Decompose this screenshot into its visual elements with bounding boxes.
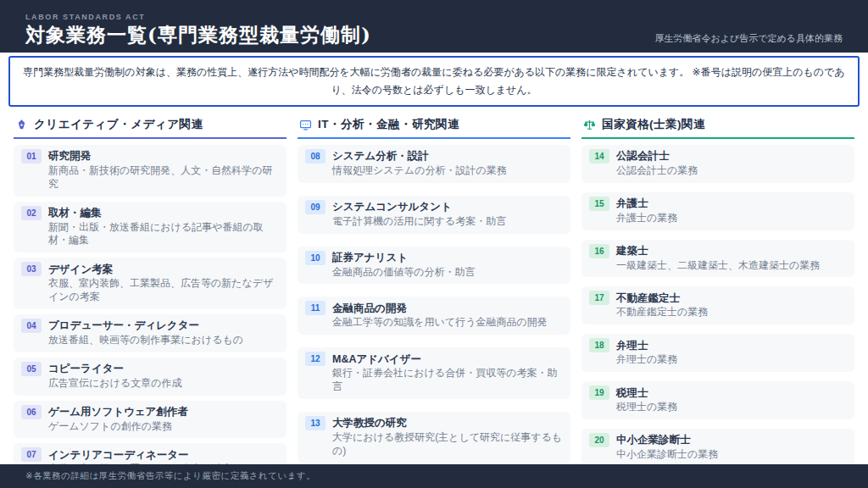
work-item-header: 07 インテリアコーディネーター xyxy=(21,447,279,462)
work-item-card: 05 コピーライター 広告宣伝における文章の作成 xyxy=(14,358,287,396)
item-title: 金融商品の開発 xyxy=(332,302,407,315)
category-card-list: 14 公認会計士 公認会計士の業務 15 弁護士 弁護士の業務 16 建築士 一… xyxy=(581,145,854,467)
item-number-badge: 15 xyxy=(589,197,609,211)
work-item-card: 11 金融商品の開発 金融工学等の知識を用いて行う金融商品の開発 xyxy=(298,297,570,335)
category-column: IT・分析・金融・研究関連 08 システム分析・設計 情報処理システムの分析・設… xyxy=(298,115,570,459)
pen-nib-icon xyxy=(15,119,28,131)
columns: クリエイティブ・メディア関連 01 研究開発 新商品・新技術の研究開発、人文・自… xyxy=(0,107,868,464)
item-number-badge: 08 xyxy=(305,149,326,164)
item-description: 放送番組、映画等の制作事業におけるもの xyxy=(48,334,279,347)
work-item-card: 02 取材・編集 新聞・出版・放送番組における記事や番組の取材・編集 xyxy=(14,202,287,253)
item-number-badge: 03 xyxy=(21,262,42,276)
item-title: 税理士 xyxy=(616,386,648,400)
item-title: 証券アナリスト xyxy=(332,251,408,264)
item-description: 弁護士の業務 xyxy=(616,212,847,225)
item-number-badge: 20 xyxy=(589,433,609,447)
work-item-header: 19 税理士 xyxy=(589,385,847,400)
category-card-list: 01 研究開発 新商品・新技術の研究開発、人文・自然科学の研究 02 取材・編集… xyxy=(14,145,287,481)
item-number-badge: 05 xyxy=(21,362,42,376)
work-item-card: 09 システムコンサルタント 電子計算機の活用に関する考案・助言 xyxy=(298,196,570,234)
item-description: 衣服、室内装飾、工業製品、広告等の新たなデザインの考案 xyxy=(48,277,279,304)
work-item-card: 08 システム分析・設計 情報処理システムの分析・設計の業務 xyxy=(298,145,570,183)
category-title: 国家資格(士業)関連 xyxy=(602,117,705,132)
work-item-header: 20 中小企業診断士 xyxy=(589,433,847,447)
work-item-header: 01 研究開発 xyxy=(21,149,279,164)
slide-footer: ※各業務の詳細は厚生労働省告示等により厳密に定義されています。 xyxy=(0,464,868,488)
work-item-header: 03 デザイン考案 xyxy=(21,262,279,276)
work-item-header: 09 システムコンサルタント xyxy=(305,200,563,214)
item-description: 金融商品の価値等の分析・助言 xyxy=(332,266,563,280)
item-description: 広告宣伝における文章の作成 xyxy=(48,377,279,391)
item-description: 弁理士の業務 xyxy=(616,353,847,367)
item-number-badge: 12 xyxy=(305,352,326,366)
work-item-header: 05 コピーライター xyxy=(21,362,279,376)
work-item-card: 20 中小企業診断士 中小企業診断士の業務 xyxy=(581,429,854,467)
item-description: 一級建築士、二級建築士、木造建築士の業務 xyxy=(616,259,847,273)
item-description: 情報処理システムの分析・設計の業務 xyxy=(332,164,563,178)
item-description: ゲームソフトの創作の業務 xyxy=(48,420,279,434)
page-title: 対象業務一覧(専門業務型裁量労働制) xyxy=(25,23,371,47)
header-subtitle: 厚生労働省令および告示で定める具体的業務 xyxy=(654,32,843,47)
item-title: 大学教授の研究 xyxy=(332,416,407,430)
work-item-card: 04 プロデューサー・ディレクター 放送番組、映画等の制作事業におけるもの xyxy=(14,314,287,352)
category-title: IT・分析・金融・研究関連 xyxy=(318,117,459,132)
item-description: 大学における教授研究(主として研究に従事するもの) xyxy=(332,431,563,458)
item-description: 新聞・出版・放送番組における記事や番組の取材・編集 xyxy=(48,221,279,248)
item-title: 弁理士 xyxy=(616,339,648,352)
category-title: クリエイティブ・メディア関連 xyxy=(34,117,203,132)
work-item-card: 13 大学教授の研究 大学における教授研究(主として研究に従事するもの) xyxy=(298,412,570,463)
category-header: 国家資格(士業)関連 xyxy=(581,115,854,139)
item-description: 金融工学等の知識を用いて行う金融商品の開発 xyxy=(332,316,563,330)
category-card-list: 08 システム分析・設計 情報処理システムの分析・設計の業務 09 システムコン… xyxy=(298,145,570,463)
work-item-header: 15 弁護士 xyxy=(589,197,847,211)
work-item-header: 17 不動産鑑定士 xyxy=(589,291,847,305)
item-title: プロデューサー・ディレクター xyxy=(48,319,199,332)
item-title: デザイン考案 xyxy=(48,263,113,276)
item-number-badge: 02 xyxy=(21,206,42,220)
item-number-badge: 09 xyxy=(305,200,326,214)
item-description: 電子計算機の活用に関する考案・助言 xyxy=(332,215,563,229)
item-title: 不動産鑑定士 xyxy=(616,291,680,305)
item-title: システム分析・設計 xyxy=(332,149,429,163)
item-title: 取材・編集 xyxy=(48,206,102,219)
category-header: クリエイティブ・メディア関連 xyxy=(14,115,287,139)
scales-icon xyxy=(583,119,596,131)
item-number-badge: 10 xyxy=(305,251,326,265)
slide: LABOR STANDARDS ACT 対象業務一覧(専門業務型裁量労働制) 厚… xyxy=(0,0,868,488)
item-number-badge: 18 xyxy=(589,338,609,352)
item-title: システムコンサルタント xyxy=(332,200,452,214)
work-item-header: 16 建築士 xyxy=(589,244,847,258)
work-item-header: 12 M&Aアドバイザー xyxy=(305,352,563,366)
monitor-icon xyxy=(299,119,312,131)
item-description: 公認会計士の業務 xyxy=(616,164,847,178)
work-item-header: 13 大学教授の研究 xyxy=(305,416,563,430)
work-item-card: 16 建築士 一級建築士、二級建築士、木造建築士の業務 xyxy=(581,240,854,278)
item-title: 中小企業診断士 xyxy=(616,433,691,446)
footer-note: ※各業務の詳細は厚生労働省告示等により厳密に定義されています。 xyxy=(25,470,315,482)
item-number-badge: 19 xyxy=(589,385,609,400)
item-title: 研究開発 xyxy=(48,149,91,163)
work-item-card: 15 弁護士 弁護士の業務 xyxy=(581,192,854,230)
work-item-card: 18 弁理士 弁理士の業務 xyxy=(581,334,854,372)
item-description: 新商品・新技術の研究開発、人文・自然科学の研究 xyxy=(48,164,279,191)
item-number-badge: 07 xyxy=(21,447,42,462)
work-item-header: 08 システム分析・設計 xyxy=(305,149,563,164)
work-item-header: 18 弁理士 xyxy=(589,338,847,352)
category-column: 国家資格(士業)関連 14 公認会計士 公認会計士の業務 15 弁護士 弁護士の… xyxy=(581,115,854,459)
item-number-badge: 14 xyxy=(589,149,609,164)
work-item-header: 04 プロデューサー・ディレクター xyxy=(21,319,279,333)
work-item-card: 14 公認会計士 公認会計士の業務 xyxy=(581,145,854,183)
category-column: クリエイティブ・メディア関連 01 研究開発 新商品・新技術の研究開発、人文・自… xyxy=(14,115,287,459)
item-title: ゲーム用ソフトウェア創作者 xyxy=(48,405,188,419)
slide-header: LABOR STANDARDS ACT 対象業務一覧(専門業務型裁量労働制) 厚… xyxy=(0,0,868,53)
work-item-card: 10 証券アナリスト 金融商品の価値等の分析・助言 xyxy=(298,247,570,285)
eyebrow-label: LABOR STANDARDS ACT xyxy=(25,13,371,21)
work-item-card: 01 研究開発 新商品・新技術の研究開発、人文・自然科学の研究 xyxy=(14,145,287,197)
work-item-header: 02 取材・編集 xyxy=(21,206,279,220)
header-left: LABOR STANDARDS ACT 対象業務一覧(専門業務型裁量労働制) xyxy=(25,13,371,47)
item-title: 建築士 xyxy=(616,244,648,258)
work-item-card: 03 デザイン考案 衣服、室内装飾、工業製品、広告等の新たなデザインの考案 xyxy=(14,258,287,309)
item-number-badge: 13 xyxy=(305,416,326,430)
work-item-card: 19 税理士 税理士の業務 xyxy=(581,381,854,419)
item-number-badge: 16 xyxy=(589,244,609,258)
